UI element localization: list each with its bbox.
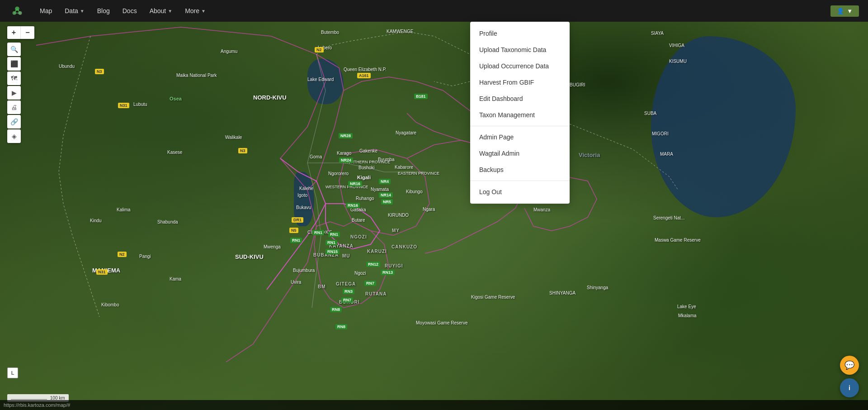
data-dropdown-arrow: ▼ — [80, 9, 85, 14]
dropdown-wagtail-admin[interactable]: Wagtail Admin — [470, 145, 570, 162]
navbar: Map Data ▼ Blog Docs About ▼ More ▼ 👤 ▼ — [0, 0, 868, 22]
location-tool-button[interactable]: ▶ — [7, 86, 21, 100]
url-text: https://rbis.kartoza.com/map/# — [4, 402, 70, 408]
bottom-right-controls: 💬 i — [840, 356, 859, 397]
navbar-right: 👤 ▼ — [830, 5, 859, 17]
share-link-button[interactable]: 🔗 — [7, 115, 21, 129]
user-avatar-icon: 👤 — [837, 8, 844, 14]
dropdown-log-out[interactable]: Log Out — [470, 184, 570, 200]
layers-tool-button[interactable]: 🗺 — [7, 72, 21, 85]
info-button[interactable]: i — [840, 378, 859, 397]
layer-toggle-button[interactable]: ◈ — [7, 129, 21, 143]
dropdown-divider-1 — [470, 126, 570, 126]
select-tool-button[interactable]: ⬛ — [7, 57, 21, 71]
nav-blog[interactable]: Blog — [92, 5, 115, 17]
zoom-controls: + − — [7, 26, 34, 39]
chat-button[interactable]: 💬 — [840, 356, 859, 375]
dropdown-upload-occurrence[interactable]: Upload Occurrence Data — [470, 58, 570, 74]
dropdown-harvest-gbif[interactable]: Harvest From GBIF — [470, 74, 570, 91]
url-bar: https://rbis.kartoza.com/map/# — [0, 400, 868, 410]
more-dropdown-arrow: ▼ — [201, 9, 206, 14]
zoom-out-button[interactable]: − — [21, 26, 34, 39]
nav-map[interactable]: Map — [34, 5, 57, 17]
dropdown-profile[interactable]: Profile — [470, 25, 570, 42]
nav-docs[interactable]: Docs — [117, 5, 142, 17]
navbar-links: Map Data ▼ Blog Docs About ▼ More ▼ — [34, 5, 830, 17]
nav-about[interactable]: About ▼ — [144, 5, 178, 17]
map-container[interactable]: Butembo Angumu Lubero Ubundu Maika Natio… — [0, 0, 868, 410]
user-dropdown-menu: Profile Upload Taxonomic Data Upload Occ… — [470, 22, 570, 204]
user-menu-button[interactable]: 👤 ▼ — [830, 5, 859, 17]
logo-icon — [9, 3, 25, 19]
l-button[interactable]: L — [7, 367, 18, 378]
dropdown-taxon-management[interactable]: Taxon Management — [470, 107, 570, 123]
print-tool-button[interactable]: 🖨 — [7, 100, 21, 114]
dropdown-admin-page[interactable]: Admin Page — [470, 129, 570, 145]
search-tool-button[interactable]: 🔍 — [7, 43, 21, 56]
zoom-in-button[interactable]: + — [7, 26, 21, 39]
logo[interactable] — [9, 3, 25, 19]
dropdown-upload-taxonomic[interactable]: Upload Taxonomic Data — [470, 42, 570, 58]
dropdown-divider-2 — [470, 181, 570, 181]
nav-more[interactable]: More ▼ — [179, 5, 211, 17]
about-dropdown-arrow: ▼ — [168, 9, 172, 14]
dropdown-backups[interactable]: Backups — [470, 162, 570, 178]
nav-data[interactable]: Data ▼ — [59, 5, 90, 17]
map-controls: + − 🔍 ⬛ 🗺 ▶ 🖨 🔗 ◈ — [7, 26, 34, 143]
dropdown-edit-dashboard[interactable]: Edit Dashboard — [470, 91, 570, 107]
rbis-logo-svg — [10, 4, 24, 18]
user-dropdown-arrow: ▼ — [847, 8, 853, 14]
